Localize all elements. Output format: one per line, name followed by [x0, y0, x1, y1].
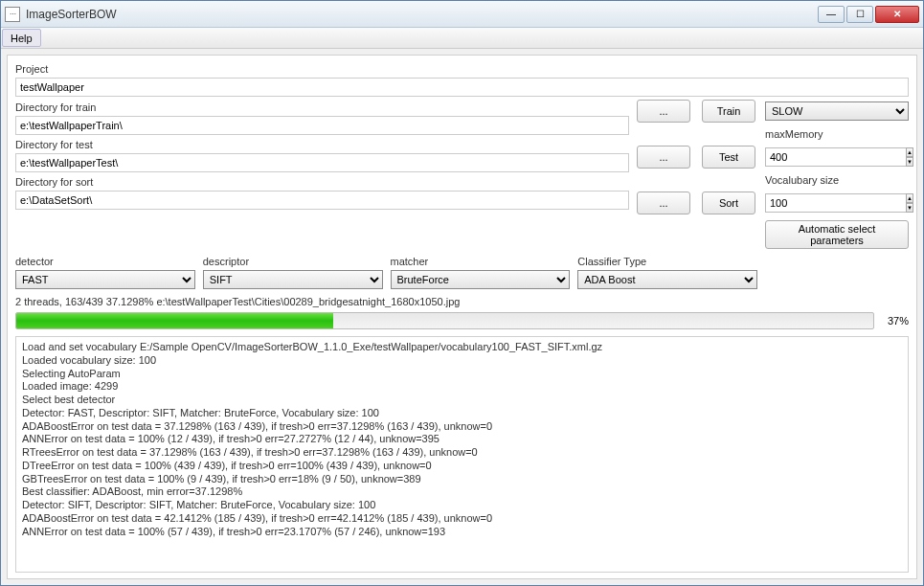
speed-combo[interactable]: SLOW — [765, 101, 909, 121]
test-button[interactable]: Test — [702, 146, 755, 169]
classifier-label: Classifier Type — [577, 254, 757, 268]
app-window: ⋯ ImageSorterBOW — ☐ ✕ Help Project Dire… — [0, 0, 924, 586]
menu-help[interactable]: Help — [2, 29, 41, 47]
maxmemory-label: maxMemory — [765, 128, 909, 140]
classifier-combo[interactable]: ADA Boost — [577, 270, 757, 289]
menubar: Help — [1, 28, 923, 49]
dir-sort-input[interactable] — [15, 191, 629, 210]
descriptor-combo[interactable]: SIFT — [203, 270, 383, 289]
titlebar: ⋯ ImageSorterBOW — ☐ ✕ — [1, 1, 923, 28]
dir-train-input[interactable] — [15, 116, 629, 135]
matcher-label: matcher — [391, 254, 571, 268]
sort-button[interactable]: Sort — [702, 192, 755, 214]
vocabsize-label: Vocalubary size — [765, 174, 909, 186]
window-controls: — ☐ ✕ — [818, 6, 919, 23]
progress-percent: 37% — [880, 315, 909, 327]
project-input[interactable] — [15, 78, 909, 97]
dir-test-label: Directory for test — [15, 137, 629, 151]
vocabsize-stepper[interactable]: ▲▼ — [765, 193, 909, 213]
detector-combo[interactable]: FAST — [15, 270, 195, 289]
auto-params-button[interactable]: Automatic select parameters — [765, 220, 909, 249]
chevron-up-icon[interactable]: ▲ — [906, 193, 913, 203]
progress-fill — [16, 313, 333, 328]
app-icon: ⋯ — [5, 7, 20, 22]
browse-train-button[interactable]: ... — [637, 100, 690, 123]
progress-bar — [15, 312, 874, 329]
browse-sort-button[interactable]: ... — [637, 192, 690, 214]
minimize-button[interactable]: — — [818, 6, 845, 23]
chevron-up-icon[interactable]: ▲ — [906, 147, 913, 157]
dir-test-input[interactable] — [15, 153, 629, 172]
train-button[interactable]: Train — [702, 100, 755, 123]
chevron-down-icon[interactable]: ▼ — [906, 157, 913, 167]
maxmemory-input[interactable] — [765, 147, 906, 167]
browse-test-button[interactable]: ... — [637, 146, 690, 169]
close-button[interactable]: ✕ — [875, 6, 919, 23]
matcher-combo[interactable]: BruteForce — [391, 270, 571, 289]
dir-train-label: Directory for train — [15, 100, 629, 114]
descriptor-label: descriptor — [203, 254, 383, 268]
chevron-down-icon[interactable]: ▼ — [906, 203, 913, 213]
project-label: Project — [15, 61, 909, 76]
maxmemory-stepper[interactable]: ▲▼ — [765, 147, 909, 167]
log-output[interactable]: Load and set vocabulary E:/Sample OpenCV… — [15, 336, 909, 573]
content-pane: Project Directory for train Directory fo… — [7, 55, 917, 579]
vocabsize-input[interactable] — [765, 193, 906, 213]
dir-sort-label: Directory for sort — [15, 174, 629, 189]
window-title: ImageSorterBOW — [26, 8, 818, 21]
detector-label: detector — [15, 254, 195, 268]
maximize-button[interactable]: ☐ — [846, 6, 873, 23]
status-line: 2 threads, 163/439 37.1298% e:\testWallp… — [15, 292, 909, 309]
